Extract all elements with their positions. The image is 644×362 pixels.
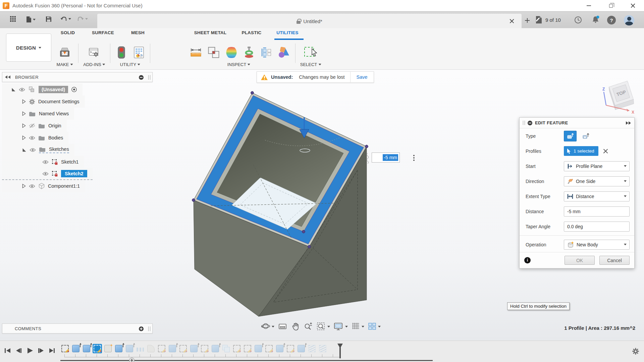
tab-utilities[interactable]: UTILITIES — [276, 30, 299, 35]
document-tab[interactable]: Untitled* — [97, 14, 522, 28]
tree-item-label[interactable]: Origin — [48, 123, 61, 128]
app-grid-icon[interactable] — [10, 16, 16, 22]
step-back-button[interactable] — [14, 347, 23, 354]
start-dropdown[interactable]: Profile Plane — [564, 161, 630, 171]
tree-item-label[interactable]: Document Settings — [38, 99, 79, 104]
minimize-panel-icon[interactable] — [139, 75, 144, 80]
section-analysis-icon[interactable] — [244, 44, 254, 61]
timeline-scroll-knob[interactable] — [129, 358, 135, 362]
collapsed-arrow-icon[interactable] — [22, 123, 26, 128]
timeline-item-extrude[interactable] — [168, 344, 177, 353]
clear-selection-icon[interactable] — [603, 148, 608, 154]
history-clock-icon[interactable] — [574, 16, 582, 24]
display-settings-tool[interactable] — [334, 322, 348, 331]
timeline-item-extrude[interactable] — [71, 344, 80, 353]
utility-traffic-light-icon[interactable] — [118, 44, 125, 61]
timeline-scrollbar[interactable] — [60, 360, 433, 361]
timeline-item-extrude[interactable] — [82, 344, 91, 353]
timeline-item-sketch[interactable] — [157, 344, 166, 353]
type-extrude-button[interactable] — [564, 131, 577, 141]
visibility-eye-icon[interactable] — [29, 184, 35, 188]
undo-button[interactable] — [60, 16, 71, 22]
redo-button[interactable] — [77, 16, 88, 22]
visibility-off-eye-icon[interactable] — [29, 123, 35, 128]
dialog-minimize-icon[interactable] — [528, 121, 532, 125]
timeline-item-thread[interactable] — [307, 344, 317, 353]
tab-mesh[interactable]: MESH — [131, 30, 145, 35]
timeline-item-extrude[interactable] — [189, 344, 199, 353]
tab-solid[interactable]: SOLID — [61, 30, 75, 35]
dialog-expand-icon[interactable] — [626, 121, 631, 125]
zoom-tool[interactable] — [304, 322, 313, 331]
play-button[interactable] — [25, 347, 34, 354]
timeline-item-pattern[interactable] — [136, 344, 145, 353]
tree-item-sketches[interactable]: Sketches — [2, 144, 74, 156]
profiles-selected-chip[interactable]: 1 selected — [564, 146, 598, 156]
visibility-eye-icon[interactable] — [30, 148, 36, 152]
activate-radio-icon[interactable] — [71, 86, 77, 93]
workspace-selector[interactable]: DESIGN — [6, 34, 51, 62]
timeline-item-sketch[interactable] — [286, 344, 295, 353]
timeline-item-sketch[interactable] — [60, 344, 70, 353]
minimize-button[interactable] — [578, 0, 600, 11]
save-button[interactable] — [46, 16, 52, 22]
inspect-group-label[interactable]: INSPECT — [227, 62, 250, 67]
browser-header[interactable]: BROWSER — [2, 72, 153, 82]
direction-dropdown[interactable]: One Side — [564, 176, 630, 186]
info-icon[interactable]: i — [524, 257, 531, 263]
comments-header[interactable]: COMMENTS — [2, 323, 153, 334]
tree-item-bodies[interactable]: Bodies — [2, 132, 68, 144]
timeline-item-extrude[interactable] — [297, 344, 306, 353]
tree-item-document-settings[interactable]: Document Settings — [2, 96, 85, 108]
new-tab-button[interactable] — [523, 16, 531, 24]
timeline-item-extrude[interactable] — [211, 344, 220, 353]
timeline-playhead[interactable] — [337, 344, 343, 358]
timeline-item-combine[interactable] — [221, 344, 231, 353]
measure-icon[interactable] — [190, 44, 202, 61]
tree-item-component1[interactable]: Component1:1 — [2, 180, 85, 192]
add-ins-group-label[interactable]: ADD-INS — [83, 62, 105, 67]
viewports-caret[interactable] — [378, 326, 381, 327]
add-comment-icon[interactable] — [139, 326, 144, 331]
taper-angle-input[interactable]: 0.0 deg — [564, 222, 630, 232]
timeline-item-offset[interactable] — [103, 344, 113, 353]
orbit-caret[interactable] — [272, 326, 274, 327]
tree-item-sketch2[interactable]: Sketch2 — [2, 168, 93, 180]
restore-button[interactable] — [600, 0, 622, 11]
collapsed-arrow-icon[interactable] — [22, 184, 26, 188]
file-menu-caret[interactable] — [33, 19, 36, 20]
tab-close-icon[interactable] — [509, 19, 514, 23]
timeline-item-sketch[interactable] — [243, 344, 252, 353]
timeline-item-extrude[interactable] — [275, 344, 284, 353]
utility-report-icon[interactable] — [134, 44, 144, 61]
collapsed-arrow-icon[interactable] — [22, 135, 26, 140]
curvature-analysis-icon[interactable] — [226, 44, 237, 61]
viewports-tool[interactable] — [368, 322, 381, 330]
make-3d-print-icon[interactable] — [59, 44, 70, 61]
panel-resize-grip[interactable] — [148, 75, 150, 80]
go-to-end-button[interactable] — [48, 347, 56, 354]
tab-sheet-metal[interactable]: SHEET METAL — [194, 30, 226, 35]
cancel-button[interactable]: Cancel — [599, 256, 630, 265]
expanded-arrow-icon[interactable] — [22, 148, 26, 152]
expanded-arrow-icon[interactable] — [11, 87, 16, 92]
display-state-icon[interactable] — [261, 44, 272, 61]
fit-caret[interactable] — [327, 326, 330, 327]
distance-input[interactable]: -5 mm — [564, 206, 630, 217]
tree-item-label[interactable]: Sketch2 — [61, 170, 87, 177]
close-button[interactable] — [622, 0, 644, 11]
view-cube[interactable]: TOP Z X — [600, 77, 642, 117]
notifications-bell-icon[interactable] — [592, 15, 600, 24]
timeline-item-extrude[interactable] — [125, 344, 134, 353]
tree-item-label[interactable]: Bodies — [48, 135, 63, 140]
display-caret[interactable] — [345, 326, 348, 327]
operation-dropdown[interactable]: New Body — [564, 240, 630, 250]
distance-value-input[interactable]: -5 mm — [372, 153, 400, 163]
tab-surface[interactable]: SURFACE — [92, 30, 114, 35]
component-color-icon[interactable] — [277, 44, 290, 61]
timeline-item-fillet[interactable] — [146, 344, 156, 353]
timeline-item-thread[interactable] — [318, 344, 327, 353]
tree-item-label[interactable]: Named Views — [39, 111, 69, 116]
dialog-header[interactable]: EDIT FEATURE — [520, 118, 634, 128]
undo-caret[interactable] — [68, 18, 71, 20]
